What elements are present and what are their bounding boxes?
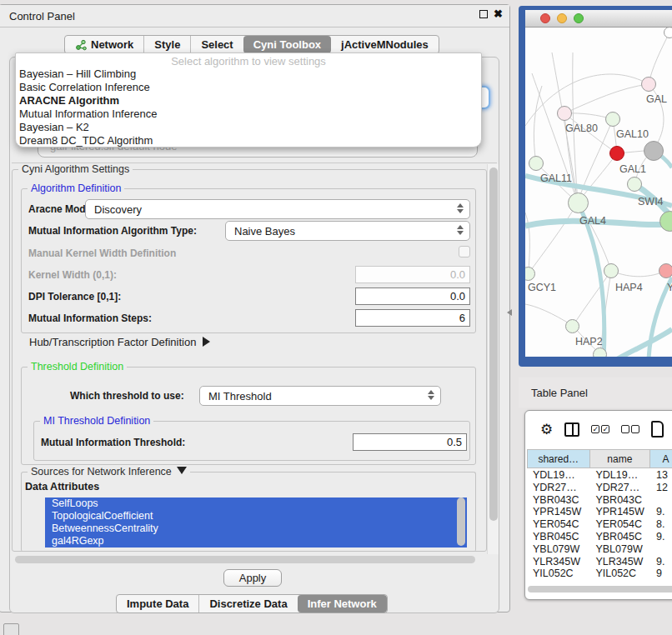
node-hap2[interactable] — [565, 319, 579, 333]
deselect-all-columns-icon[interactable] — [621, 425, 639, 433]
kernel-width-field[interactable] — [355, 266, 470, 283]
table-row[interactable]: YBR045CYBR045C9. — [527, 531, 672, 543]
node-gal11[interactable] — [529, 156, 544, 171]
settings-horizontal-scrollbar[interactable] — [15, 556, 475, 563]
node-hap4[interactable] — [604, 263, 619, 278]
attribute-item-selected[interactable]: TopologicalCoefficient — [45, 510, 467, 522]
aracne-mode-combo[interactable]: Discovery — [85, 199, 470, 219]
node-swi4[interactable] — [627, 177, 642, 192]
tab-cyni-toolbox[interactable]: Cyni Toolbox — [243, 36, 331, 53]
table-row[interactable]: YIL052CYIL052C9 — [527, 568, 672, 580]
manual-kernel-width-checkbox[interactable] — [459, 246, 470, 258]
node-label: GAL11 — [540, 172, 572, 184]
algorithm-option[interactable]: Mutual Information Inference — [16, 108, 481, 121]
table-panel-title: Table Panel — [531, 387, 588, 399]
tab-select[interactable]: Select — [190, 36, 243, 53]
tab-style[interactable]: Style — [143, 36, 190, 53]
close-icon[interactable]: ✖ — [494, 10, 503, 18]
close-traffic-light-icon[interactable] — [540, 13, 550, 23]
algorithm-option[interactable]: Dream8 DC_TDC Algorithm — [16, 134, 481, 148]
node-partial[interactable] — [664, 28, 672, 38]
table-row[interactable]: YLR345WYLR345W9. — [527, 556, 672, 568]
application-window: Control Panel ✖ Network Style Select Cyn — [0, 0, 672, 635]
node-label: GAL — [646, 93, 667, 105]
minimize-traffic-light-icon[interactable] — [557, 13, 567, 23]
column-header-partial[interactable]: A — [650, 449, 672, 468]
data-attributes-list: SelfLoops TopologicalCoefficient Between… — [45, 498, 467, 548]
node-label: SWI4 — [638, 196, 664, 208]
hub-definition-label: Hub/Transcription Factor Definition — [29, 336, 196, 348]
node-pink[interactable] — [641, 77, 656, 92]
cyni-toolbox-panel: galFiltered.sif default node Select algo… — [9, 57, 499, 613]
mi-steps-field[interactable] — [355, 309, 470, 327]
node-gal4[interactable] — [568, 192, 589, 213]
sources-title[interactable]: Sources for Network Inference — [28, 466, 190, 478]
settings-vertical-scrollbar[interactable] — [487, 164, 499, 554]
columns-icon[interactable] — [564, 422, 579, 437]
node-label: GAL1 — [619, 163, 646, 175]
which-threshold-combo[interactable]: MI Threshold — [199, 386, 441, 406]
node-partial-bottom[interactable] — [593, 348, 607, 357]
collapsed-panel-button[interactable] — [3, 623, 19, 635]
attribute-item-selected[interactable]: SelfLoops — [45, 498, 467, 510]
select-all-columns-icon[interactable]: ✓✓ — [591, 425, 609, 433]
mi-steps-label: Mutual Information Steps: — [28, 312, 152, 324]
table-horizontal-scrollbar[interactable] — [528, 586, 672, 592]
algorithm-option-selected[interactable]: ARACNE Algorithm — [16, 94, 481, 108]
node-gal10[interactable] — [605, 112, 620, 127]
export-table-icon[interactable] — [651, 421, 664, 438]
stepper-arrows-icon — [457, 203, 464, 213]
table-row[interactable]: YBL079WYBL079W — [527, 543, 672, 556]
mi-algorithm-type-label: Mutual Information Algorithm Type: — [28, 225, 197, 237]
node-salmon[interactable] — [659, 263, 672, 278]
apply-button[interactable]: Apply — [223, 569, 282, 587]
tab-network[interactable]: Network — [65, 36, 143, 53]
algorithm-option[interactable]: Bayesian – K2 — [16, 121, 481, 134]
table-panel-titlebar: Table Panel — [519, 378, 672, 408]
node-gray[interactable] — [644, 141, 664, 161]
table-row[interactable]: YER054CYER054C8. — [527, 518, 672, 531]
node-label: GAL4 — [579, 215, 606, 227]
dpi-tolerance-field[interactable] — [355, 288, 470, 305]
mi-threshold-label: Mutual Information Threshold: — [41, 437, 185, 448]
hub-definition-toggle[interactable]: Hub/Transcription Factor Definition — [29, 336, 210, 348]
stepper-arrows-icon — [428, 390, 434, 400]
tab-impute-data[interactable]: Impute Data — [117, 595, 198, 612]
settings-vscroll-thumb[interactable] — [489, 168, 498, 521]
tab-discretize-data[interactable]: Discretize Data — [198, 595, 297, 612]
list-scrollbar-thumb[interactable] — [457, 498, 465, 546]
tab-jactivemnodules[interactable]: jActiveMNodules — [331, 36, 439, 53]
mi-algorithm-type-value: Naive Bayes — [234, 225, 295, 238]
expanded-arrow-icon — [177, 467, 187, 474]
network-canvas[interactable]: GAL GAL80 GAL10 GAL1 GAL11 SWI4 GAL4 GCY… — [525, 28, 672, 357]
cyni-algorithm-settings-title: Cyni Algorithm Settings — [18, 163, 133, 175]
splitter-handle[interactable] — [507, 309, 512, 316]
node-gal80[interactable] — [557, 106, 572, 121]
algorithm-option[interactable]: Basic Correlation Inference — [16, 81, 481, 94]
mi-algorithm-type-combo[interactable]: Naive Bayes — [225, 221, 470, 241]
attribute-item-selected[interactable]: gal4RGexp — [45, 535, 467, 548]
aracne-mode-value: Discovery — [94, 203, 142, 216]
zoom-traffic-light-icon[interactable] — [574, 13, 584, 23]
node-label: HAP2 — [575, 336, 603, 348]
network-window-titlebar[interactable] — [525, 10, 672, 28]
attribute-item-selected[interactable]: BetweennessCentrality — [45, 522, 467, 535]
data-attributes-label: Data Attributes — [25, 481, 99, 492]
table-row[interactable]: YDL19…YDL19…13 — [527, 469, 672, 482]
tab-infer-network[interactable]: Infer Network — [298, 595, 387, 612]
which-threshold-value: MI Threshold — [208, 390, 272, 402]
stepper-arrows-icon — [457, 225, 464, 235]
control-panel-titlebar: Control Panel ✖ — [0, 5, 509, 28]
algorithm-popup-placeholder: Select algorithm to view settings — [16, 55, 481, 68]
table-row[interactable]: YPR145WYPR145W9. — [527, 506, 672, 518]
mi-threshold-field[interactable] — [353, 433, 467, 451]
table-row[interactable]: YDR27…YDR27…12 — [527, 482, 672, 494]
algorithm-option[interactable]: Bayesian – Hill Climbing — [16, 68, 481, 81]
column-header-name[interactable]: name — [590, 449, 651, 468]
column-header-shared-name[interactable]: shared… — [527, 449, 590, 468]
float-window-icon[interactable] — [479, 10, 488, 18]
node-gal1-red[interactable] — [609, 146, 624, 161]
table-row[interactable]: YBR043CYBR043C — [527, 494, 672, 507]
node-label: HAP4 — [615, 282, 643, 293]
gear-icon[interactable]: ⚙ — [540, 421, 553, 438]
